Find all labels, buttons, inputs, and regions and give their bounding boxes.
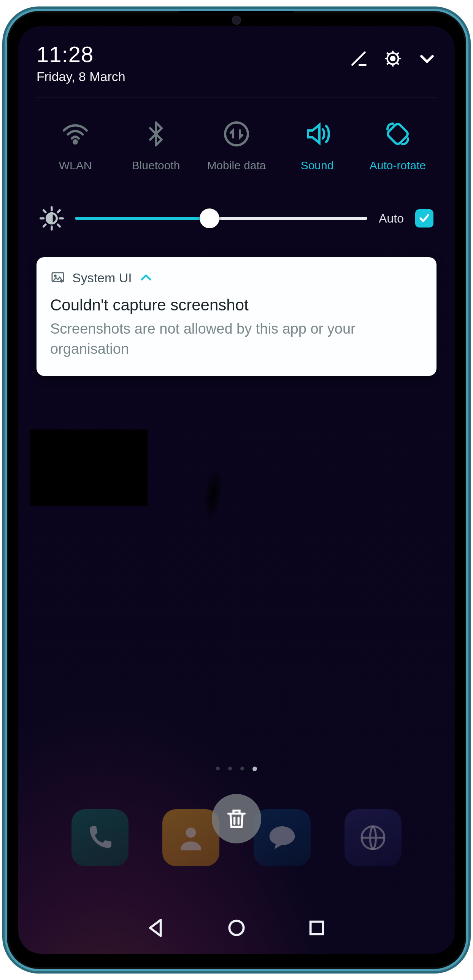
nav-recents-icon[interactable] bbox=[306, 917, 327, 939]
notification-card[interactable]: System UI Couldn't capture screenshot Sc… bbox=[37, 257, 436, 376]
app-contacts[interactable] bbox=[162, 809, 219, 866]
qs-label: Mobile data bbox=[207, 159, 266, 172]
redaction-patch bbox=[30, 430, 148, 506]
app-phone[interactable] bbox=[71, 809, 129, 866]
nav-home-icon[interactable] bbox=[226, 917, 247, 939]
auto-brightness-checkbox[interactable] bbox=[415, 209, 433, 228]
qs-label: WLAN bbox=[59, 159, 92, 172]
clock-date: Friday, 8 March bbox=[37, 69, 125, 84]
notification-body: Screenshots are not allowed by this app … bbox=[50, 319, 423, 359]
auto-brightness-label: Auto bbox=[379, 212, 404, 226]
system-ui-icon bbox=[50, 270, 65, 285]
wifi-icon bbox=[62, 120, 89, 148]
shade-header: 11:28 Friday, 8 March bbox=[37, 41, 436, 84]
qs-wlan[interactable]: WLAN bbox=[41, 120, 110, 172]
notification-app-name: System UI bbox=[72, 270, 132, 285]
clock-time: 11:28 bbox=[37, 41, 125, 67]
header-divider bbox=[37, 97, 436, 97]
slider-thumb[interactable] bbox=[200, 208, 219, 228]
notification-title: Couldn't capture screenshot bbox=[50, 296, 423, 314]
page-dot-active bbox=[252, 767, 257, 771]
svg-rect-11 bbox=[311, 922, 323, 934]
slider-fill bbox=[75, 217, 210, 220]
qs-sound[interactable]: Sound bbox=[283, 120, 351, 172]
qs-label: Auto-rotate bbox=[370, 159, 426, 172]
qs-label: Sound bbox=[301, 159, 334, 172]
qs-label: Bluetooth bbox=[132, 159, 180, 172]
app-browser[interactable] bbox=[344, 809, 402, 866]
page-dot bbox=[216, 767, 220, 770]
notification-shade: 11:28 Friday, 8 March bbox=[18, 26, 455, 376]
screen: 11:28 Friday, 8 March bbox=[18, 26, 455, 954]
qs-auto-rotate[interactable]: Auto-rotate bbox=[363, 120, 432, 172]
qs-mobile-data[interactable]: Mobile data bbox=[202, 120, 271, 172]
brightness-slider[interactable] bbox=[75, 209, 367, 228]
qs-bluetooth[interactable]: Bluetooth bbox=[122, 120, 190, 172]
page-dot bbox=[228, 767, 232, 770]
svg-point-8 bbox=[186, 827, 196, 838]
front-camera bbox=[232, 16, 241, 25]
chevron-up-icon[interactable] bbox=[139, 270, 153, 285]
brightness-row: Auto bbox=[37, 206, 436, 231]
svg-point-2 bbox=[74, 140, 77, 143]
phone-body: 11:28 Friday, 8 March bbox=[5, 9, 468, 971]
auto-rotate-icon bbox=[384, 120, 411, 148]
bluetooth-icon bbox=[142, 120, 170, 148]
brightness-icon bbox=[40, 206, 64, 231]
page-dot bbox=[240, 767, 244, 770]
notification-header: System UI bbox=[50, 270, 423, 285]
clear-all-button[interactable] bbox=[212, 794, 261, 843]
sound-icon bbox=[303, 120, 331, 148]
svg-point-1 bbox=[391, 57, 395, 60]
nav-back-icon[interactable] bbox=[146, 917, 167, 939]
svg-point-10 bbox=[229, 921, 243, 935]
svg-point-7 bbox=[54, 275, 56, 277]
system-nav-bar bbox=[18, 917, 455, 939]
mobile-data-icon bbox=[223, 120, 250, 148]
edit-icon[interactable] bbox=[349, 49, 368, 68]
phone-frame: 11:28 Friday, 8 March bbox=[0, 0, 473, 980]
chevron-down-icon[interactable] bbox=[417, 49, 436, 68]
svg-point-3 bbox=[225, 123, 248, 145]
header-actions bbox=[349, 49, 436, 68]
time-block: 11:28 Friday, 8 March bbox=[37, 41, 125, 84]
quick-settings-row: WLAN Bluetooth bbox=[37, 120, 436, 172]
settings-icon[interactable] bbox=[383, 49, 402, 68]
app-messages[interactable] bbox=[254, 809, 311, 866]
page-indicator bbox=[216, 767, 257, 771]
